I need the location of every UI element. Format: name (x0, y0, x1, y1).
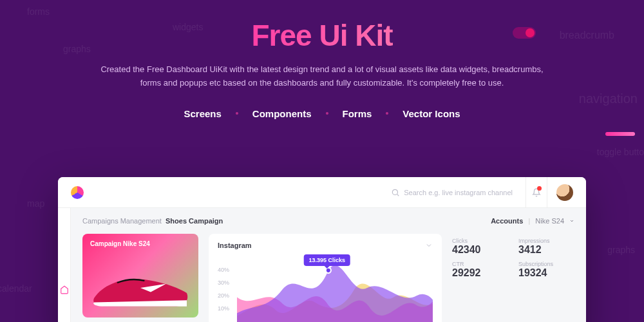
breadcrumb-prefix: Campaigns Management (82, 217, 162, 225)
avatar[interactable] (556, 184, 573, 201)
chevron-down-icon[interactable] (425, 242, 433, 249)
side-nav (58, 208, 71, 322)
chevron-down-icon (569, 218, 574, 223)
page-subtitle: Created the Free Dashboard UiKit with th… (90, 63, 554, 90)
dashboard-topbar: Search e.g. live instagram channel (58, 177, 586, 208)
stat-label: Clicks (452, 238, 508, 244)
notification-badge-icon (537, 186, 542, 191)
campaign-card-title: Campaign Nike S24 (90, 240, 150, 247)
bg-accent-bar (605, 132, 635, 136)
campaign-card[interactable]: Campaign Nike S24 (82, 234, 198, 317)
page-title: Free Ui Kit (251, 18, 392, 53)
breadcrumb: Campaigns Management Shoes Campaign Acco… (82, 217, 574, 225)
dashboard-preview: Search e.g. live instagram channel Campa… (58, 177, 586, 322)
chart-title: Instagram (218, 242, 252, 249)
bg-word-toggle: toggle butto (597, 147, 644, 157)
nav-vector-icons[interactable]: Vector Icons (402, 108, 460, 119)
stat-subscriptions: Subscriptions 19324 (518, 261, 574, 279)
stat-ctr: CTR 29292 (452, 261, 508, 279)
logo-icon[interactable] (71, 186, 84, 199)
bg-word-map: map (27, 198, 44, 209)
nav-separator-icon (236, 112, 238, 115)
nav-forms[interactable]: Forms (343, 108, 372, 119)
chart-y-axis: 40% 30% 20% 10% (218, 263, 229, 315)
stat-label: Subscriptions (518, 261, 574, 267)
stat-value: 29292 (452, 267, 508, 279)
nav-screens[interactable]: Screens (184, 108, 221, 119)
area-chart (237, 257, 433, 322)
home-icon[interactable] (60, 285, 69, 294)
search-input[interactable]: Search e.g. live instagram channel (391, 188, 513, 197)
search-placeholder: Search e.g. live instagram channel (404, 189, 513, 196)
nav-components[interactable]: Components (252, 108, 312, 119)
chart-card: Instagram 40% 30% 20% 10% 13.395 Clicks (209, 234, 442, 322)
stat-clicks: Clicks 42340 (452, 238, 508, 256)
breadcrumb-current: Shoes Campaign (166, 217, 223, 225)
stat-value: 3412 (518, 244, 574, 256)
y-tick: 10% (218, 302, 229, 315)
svg-line-1 (397, 194, 399, 196)
nav-separator-icon (386, 112, 388, 115)
y-tick: 20% (218, 289, 229, 302)
svg-point-0 (393, 189, 398, 194)
stat-label: Impressions (518, 238, 574, 244)
stat-value: 19324 (518, 267, 574, 279)
account-selector[interactable]: Accounts | Nike S24 (491, 217, 574, 225)
bg-word-graphs2: graphs (607, 245, 635, 255)
stat-value: 42340 (452, 244, 508, 256)
shoe-illustration (89, 262, 192, 314)
search-icon (391, 188, 400, 197)
stat-impressions: Impressions 3412 (518, 238, 574, 256)
hero-nav: Screens Components Forms Vector Icons (0, 108, 644, 119)
notifications-button[interactable] (526, 177, 547, 208)
stats-grid: Clicks 42340 Impressions 3412 CTR 29292 … (452, 234, 574, 279)
accounts-selected: Nike S24 (535, 217, 564, 225)
y-tick: 40% (218, 263, 229, 276)
chart-area: 13.395 Clicks (237, 257, 433, 322)
bg-word-calendar: calendar (0, 283, 32, 294)
accounts-label: Accounts (491, 217, 523, 225)
nav-separator-icon (326, 112, 328, 115)
chart-tooltip: 13.395 Clicks (304, 254, 351, 266)
stat-label: CTR (452, 261, 508, 267)
y-tick: 30% (218, 276, 229, 289)
